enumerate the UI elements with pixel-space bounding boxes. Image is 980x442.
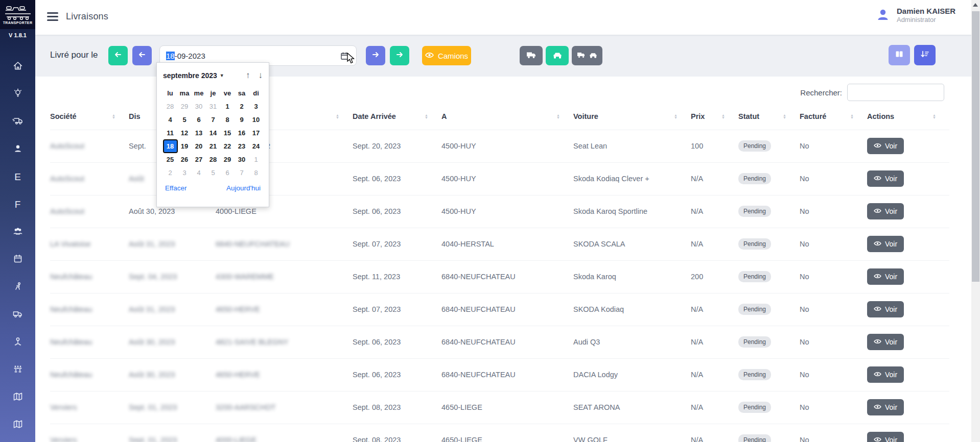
calendar-day[interactable]: 26 [178, 154, 191, 165]
sort-icon[interactable]: ▲▼ [425, 114, 428, 119]
voir-button[interactable]: Voir [867, 170, 904, 187]
sort-icon[interactable]: ▲▼ [336, 114, 339, 119]
sidebar-item-f[interactable]: F [0, 191, 35, 218]
datepicker-clear-link[interactable]: Effacer [165, 184, 187, 192]
sort-icon[interactable]: ▲▼ [783, 114, 786, 119]
calendar-day[interactable]: 17 [250, 127, 263, 139]
calendar-day[interactable]: 28 [164, 101, 177, 112]
sidebar-item-calendar[interactable] [0, 246, 35, 274]
sort-icon[interactable]: ▲▼ [112, 114, 115, 119]
calendar-day[interactable]: 21 [207, 140, 220, 152]
filter-trucks-button[interactable] [520, 46, 543, 65]
calendar-day[interactable]: 6 [221, 167, 234, 179]
calendar-day[interactable]: 23 [236, 140, 248, 152]
calendar-day[interactable]: 5 [207, 167, 220, 179]
calendar-day[interactable]: 4 [193, 167, 205, 179]
voir-button[interactable]: Voir [867, 268, 904, 285]
next-month-arrow-icon[interactable]: ↓ [259, 70, 263, 81]
sidebar-item-agents[interactable] [0, 329, 35, 356]
datepicker-month-select[interactable]: septembre 2023 [163, 71, 217, 80]
calendar-day[interactable]: 24 [250, 140, 263, 152]
calendar-day[interactable]: 1 [221, 101, 234, 112]
calendar-day[interactable]: 2 [236, 101, 248, 112]
calendar-day[interactable]: 22 [221, 140, 234, 152]
calendar-day[interactable]: 5 [178, 114, 191, 126]
columns-view-button[interactable] [889, 45, 910, 65]
calendar-day[interactable]: 4 [164, 114, 177, 126]
sort-icon[interactable]: ▲▼ [850, 114, 854, 119]
calendar-day[interactable]: 19 [178, 140, 191, 152]
previous-date-button[interactable] [132, 46, 152, 65]
calendar-day[interactable]: 9 [236, 114, 248, 126]
datepicker-today-link[interactable]: Aujourd'hui [226, 184, 261, 192]
calendar-day[interactable]: 7 [236, 167, 248, 179]
column-header[interactable]: Facturé▲▼ [800, 103, 867, 130]
sidebar-item-map-2[interactable] [0, 411, 35, 439]
sort-icon[interactable]: ▲▼ [556, 114, 560, 119]
sidebar-item-accessibility[interactable] [0, 274, 35, 301]
sidebar-item-teams[interactable] [0, 356, 35, 384]
calendar-day[interactable]: 30 [193, 101, 205, 112]
calendar-day[interactable]: 31 [207, 101, 220, 112]
voir-button[interactable]: Voir [867, 432, 904, 442]
previous-month-arrow-icon[interactable]: ↑ [246, 70, 250, 81]
filter-cars-button[interactable] [546, 46, 569, 65]
calendar-day[interactable]: 20 [193, 140, 205, 152]
hamburger-menu-icon[interactable] [47, 12, 58, 21]
calendar-picker-icon[interactable] [340, 52, 349, 60]
voir-button[interactable]: Voir [867, 366, 904, 383]
app-logo[interactable]: TRANSPORTER [0, 0, 35, 29]
calendar-day[interactable]: 8 [221, 114, 234, 126]
scrollbar-up-arrow[interactable] [973, 3, 978, 7]
sidebar-item-ideas[interactable] [0, 81, 35, 108]
sort-icon[interactable]: ▲▼ [674, 114, 678, 119]
user-menu[interactable]: Damien KAISER Administrator [875, 6, 955, 23]
sidebar-item-deliveries[interactable] [0, 108, 35, 136]
calendar-day[interactable]: 7 [207, 114, 220, 126]
column-header[interactable]: A▲▼ [441, 103, 573, 130]
filter-trucks-and-cars-button[interactable] [572, 46, 602, 65]
calendar-day[interactable]: 1 [250, 154, 263, 165]
next-date-button[interactable] [366, 46, 385, 65]
calendar-day[interactable]: 8 [250, 167, 263, 179]
vertical-scrollbar[interactable] [971, 0, 980, 442]
column-header[interactable]: Date Arrivée▲▼ [353, 103, 441, 130]
previous-day-button[interactable] [108, 46, 128, 65]
sort-icon[interactable]: ▲▼ [721, 114, 725, 119]
sidebar-item-map[interactable] [0, 384, 35, 411]
calendar-day[interactable]: 16 [236, 127, 248, 139]
calendar-day[interactable]: 14 [207, 127, 220, 139]
column-header[interactable]: Statut▲▼ [738, 103, 800, 130]
sidebar-item-user[interactable] [0, 136, 35, 163]
sort-icon[interactable]: ▲▼ [932, 114, 936, 119]
voir-button[interactable]: Voir [867, 236, 904, 252]
calendar-day[interactable]: 3 [250, 101, 263, 112]
calendar-day[interactable]: 27 [193, 154, 205, 165]
calendar-day[interactable]: 6 [193, 114, 205, 126]
calendar-day[interactable]: 28 [207, 154, 220, 165]
calendar-day[interactable]: 13 [193, 127, 205, 139]
camions-toggle-button[interactable]: Camions [422, 46, 471, 65]
next-day-button[interactable] [390, 46, 409, 65]
voir-button[interactable]: Voir [867, 203, 904, 219]
calendar-day[interactable]: 10 [250, 114, 263, 126]
calendar-day-selected[interactable]: 18 [164, 140, 177, 152]
calendar-day[interactable]: 25 [164, 154, 177, 165]
voir-button[interactable]: Voir [867, 399, 904, 415]
voir-button[interactable]: Voir [867, 301, 904, 317]
sidebar-item-transport[interactable] [0, 301, 35, 329]
voir-button[interactable]: Voir [867, 138, 904, 154]
calendar-day[interactable]: 29 [221, 154, 234, 165]
sort-button[interactable] [914, 45, 936, 65]
calendar-day[interactable]: 30 [236, 154, 248, 165]
calendar-day[interactable]: 12 [178, 127, 191, 139]
calendar-day[interactable]: 29 [178, 101, 191, 112]
column-header[interactable]: Actions▲▼ [867, 103, 949, 130]
voir-button[interactable]: Voir [867, 334, 904, 350]
column-header[interactable]: Prix▲▼ [691, 103, 738, 130]
sidebar-item-home[interactable] [0, 53, 35, 81]
column-header[interactable]: Société▲▼ [50, 103, 129, 130]
calendar-day[interactable]: 2 [164, 167, 177, 179]
sidebar-item-e[interactable]: E [0, 163, 35, 191]
column-header[interactable]: Voiture▲▼ [573, 103, 691, 130]
